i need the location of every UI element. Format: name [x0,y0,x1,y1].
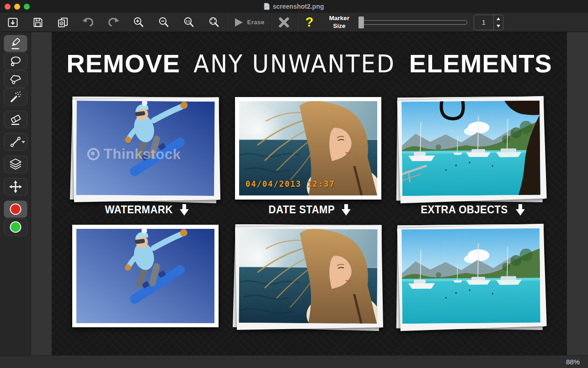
document-icon [264,3,270,10]
open-button[interactable] [0,13,25,32]
marker-size-value[interactable]: 1 [474,15,493,30]
magic-wand-icon [9,90,22,104]
polygon-lasso-tool-button[interactable] [4,70,27,88]
marker-size-label: Marker Size [325,15,354,30]
cancel-icon [278,16,290,29]
zoom-out-icon [158,16,170,28]
layers-icon [9,157,22,171]
play-icon [233,17,244,28]
erase-label: Erase [247,19,265,26]
column-label-watermark: WATERMARK [72,203,219,216]
photo-snowboarder-clean [72,225,219,327]
up-arrow-icon [497,17,500,20]
compare-preview-button[interactable] [50,13,75,32]
zoom-in-button[interactable] [126,13,151,32]
help-icon: ? [305,16,314,29]
help-button[interactable]: ? [297,13,322,32]
green-marker-color-button[interactable] [4,218,27,236]
slider-track[interactable] [359,20,467,25]
down-arrow-icon [497,25,500,27]
zoom-actual-size-icon: 1:1 [183,16,195,28]
lasso-icon [9,54,22,68]
woman-scene [239,228,377,324]
zoom-fit-button[interactable] [201,13,226,32]
column-label-datestamp: DATE STAMP [235,203,381,216]
layers-tool-button[interactable] [4,156,27,173]
redo-button[interactable] [101,13,126,32]
marker-size-stepper: 1 [474,15,503,30]
marker-tool-button[interactable] [4,35,27,52]
marker-size-slider[interactable] [358,15,467,30]
photo-harbor-with-objects [397,97,545,200]
image-headline: REMOVE ANY UNWANTED ELEMENTS [52,49,567,78]
svg-text:1:1: 1:1 [186,19,190,22]
lasso-tool-button[interactable] [4,53,27,70]
erase-run-button[interactable]: Erase [227,13,271,32]
snowboarder-scene [76,229,214,323]
editing-canvas[interactable]: REMOVE ANY UNWANTED ELEMENTS [31,32,588,355]
app-window: screenshot2.png [0,0,588,368]
zoom-fit-icon [208,16,220,28]
photo-harbor-clean [397,224,545,328]
stepper-up-button[interactable] [494,15,503,22]
snowboarder-scene [76,101,214,196]
titlebar: screenshot2.png [0,0,588,13]
zoom-out-button[interactable] [151,13,176,32]
open-icon [7,16,19,28]
move-tool-button[interactable] [4,178,27,195]
photo-woman-datestamped: 04/04/2013 12:37 [235,97,381,200]
eraser-icon [9,113,22,126]
down-arrow-icon [180,204,189,216]
chevron-down-icon[interactable] [21,141,25,143]
green-circle-icon [9,220,22,234]
zoom-actual-size-button[interactable]: 1:1 [176,13,201,32]
photo-woman-clean [235,224,382,328]
magic-wand-tool-button[interactable] [4,88,27,106]
statusbar: 88% [0,355,588,368]
toolbar: 1:1 Erase ? Ma [0,13,588,32]
marker-icon [9,37,22,50]
compare-icon [57,16,69,28]
line-tool-button[interactable] [4,133,27,151]
eraser-tool-button[interactable] [4,111,27,128]
zoom-in-icon [133,16,144,28]
column-label-extra-objects: EXTRA OBJECTS [398,203,544,216]
harbor-scene [401,101,540,196]
window-title: screenshot2.png [273,3,324,10]
zoom-level: 88% [566,358,580,366]
tool-sidebar [0,32,31,355]
undo-button[interactable] [75,13,101,32]
red-circle-icon [9,202,22,216]
stepper-down-button[interactable] [494,22,503,30]
save-button[interactable] [25,13,50,32]
slider-handle[interactable] [358,16,364,28]
edited-image[interactable]: REMOVE ANY UNWANTED ELEMENTS [52,32,567,355]
redo-icon [107,16,120,28]
photo-snowboarder-watermarked: Thinkstock [72,97,219,200]
down-arrow-icon [342,204,351,216]
woman-scene [239,101,377,195]
polygon-lasso-icon [9,72,22,86]
red-marker-color-button[interactable] [4,200,27,218]
save-icon [32,16,44,28]
window-title-area: screenshot2.png [0,3,588,10]
down-arrow-icon [516,204,525,216]
move-icon [9,180,22,194]
line-icon [9,135,22,149]
harbor-scene [401,228,540,324]
undo-icon [82,16,95,28]
cancel-button[interactable] [271,13,296,32]
